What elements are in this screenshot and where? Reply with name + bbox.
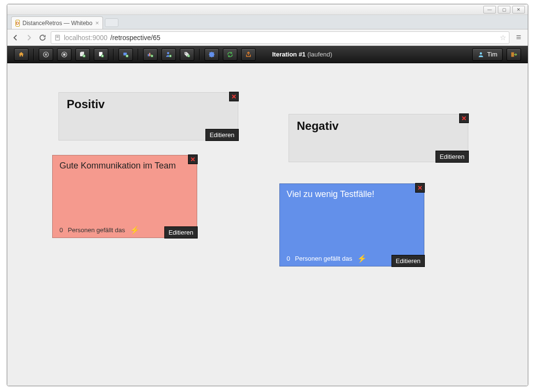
nav-reload-button[interactable] xyxy=(37,32,48,43)
app-toolbar: Iteration #1 (laufend) Tim xyxy=(7,46,528,63)
bookmark-star-icon[interactable]: ☆ xyxy=(500,33,506,42)
card-text: Gute Kommunikation im Team xyxy=(53,155,197,171)
svg-rect-24 xyxy=(511,52,514,56)
bolt-icon[interactable]: ⚡ xyxy=(357,254,367,263)
toolbar-separator xyxy=(199,49,200,60)
likes-count: 0 xyxy=(287,255,290,262)
tab-title: DistanceRetros — Whitebo xyxy=(23,20,93,27)
panel-negative[interactable]: Negativ Editieren xyxy=(289,114,468,162)
card-text: Viel zu wenig Testfälle! xyxy=(280,184,424,200)
card-close-button[interactable] xyxy=(188,154,198,164)
card-edit-button[interactable]: Editieren xyxy=(391,255,425,267)
refresh-button[interactable] xyxy=(223,48,237,61)
add-user-button[interactable] xyxy=(161,48,176,61)
add-tag-button[interactable] xyxy=(180,48,194,61)
window-minimize-button[interactable]: ― xyxy=(483,6,496,14)
card-edit-button[interactable]: Editieren xyxy=(164,226,198,238)
svg-point-19 xyxy=(167,52,170,54)
os-titlebar: ― ▢ ✕ xyxy=(7,4,528,15)
site-info-icon[interactable] xyxy=(54,34,61,41)
stop-button[interactable] xyxy=(57,48,72,61)
likes-label: Personen gefällt das xyxy=(295,255,352,262)
browser-tab[interactable]: D DistanceRetros — Whitebo × xyxy=(11,16,103,29)
likes-count: 0 xyxy=(59,226,63,234)
nav-back-button[interactable] xyxy=(10,32,21,43)
iteration-title: Iteration #1 (laufend) xyxy=(272,51,332,58)
nav-forward-button[interactable] xyxy=(24,32,34,43)
puzzle-button[interactable] xyxy=(204,48,219,61)
url-path: /retrospective/65 xyxy=(110,34,160,42)
whiteboard-canvas[interactable]: Positiv Editieren Negativ Editieren Gute… xyxy=(7,63,528,386)
export-button[interactable] xyxy=(241,48,256,61)
svg-rect-16 xyxy=(149,53,150,56)
svg-point-21 xyxy=(185,53,186,54)
new-note-button[interactable] xyxy=(75,48,90,61)
logout-button[interactable] xyxy=(507,48,521,61)
add-card-button[interactable] xyxy=(118,48,133,61)
svg-rect-7 xyxy=(63,54,65,56)
likes-label: Personen gefällt das xyxy=(68,226,125,234)
url-input[interactable]: localhost:9000/retrospective/65 ☆ xyxy=(51,31,509,44)
card-positive[interactable]: Gute Kommunikation im Team 0 Personen ge… xyxy=(52,155,197,238)
new-tab-button[interactable] xyxy=(105,18,118,27)
card-close-button[interactable] xyxy=(415,183,425,193)
browser-navbar: localhost:9000/retrospective/65 ☆ ≡ xyxy=(7,29,528,46)
card-negative[interactable]: Viel zu wenig Testfälle! 0 Personen gefä… xyxy=(279,183,424,266)
browser-menu-button[interactable]: ≡ xyxy=(512,32,525,43)
pause-button[interactable] xyxy=(39,48,53,61)
browser-tabstrip: D DistanceRetros — Whitebo × xyxy=(7,15,528,29)
tab-close-icon[interactable]: × xyxy=(95,19,99,27)
window-maximize-button[interactable]: ▢ xyxy=(498,6,510,14)
panel-positive[interactable]: Positiv Editieren xyxy=(58,92,238,140)
new-doc-button[interactable] xyxy=(94,48,108,61)
panel-title: Negativ xyxy=(289,114,468,138)
bolt-icon[interactable]: ⚡ xyxy=(130,225,140,235)
svg-point-23 xyxy=(479,52,482,55)
svg-point-3 xyxy=(43,52,49,57)
window-close-button[interactable]: ✕ xyxy=(512,6,525,14)
current-user-button[interactable]: Tim xyxy=(472,48,503,61)
url-host: localhost:9000 xyxy=(64,34,107,42)
toolbar-separator xyxy=(33,49,34,60)
panel-edit-button[interactable]: Editieren xyxy=(205,129,239,141)
user-name: Tim xyxy=(487,51,497,58)
os-window: ― ▢ ✕ D DistanceRetros — Whitebo × local… xyxy=(7,4,528,386)
panel-close-button[interactable] xyxy=(459,113,469,123)
toolbar-separator xyxy=(113,49,114,60)
toolbar-separator xyxy=(138,49,138,60)
panel-close-button[interactable] xyxy=(229,92,239,101)
panel-edit-button[interactable]: Editieren xyxy=(435,151,469,163)
home-button[interactable] xyxy=(14,48,29,61)
favicon-icon: D xyxy=(15,20,20,27)
svg-rect-15 xyxy=(148,54,149,56)
add-chart-button[interactable] xyxy=(143,48,158,61)
panel-title: Positiv xyxy=(59,93,238,116)
